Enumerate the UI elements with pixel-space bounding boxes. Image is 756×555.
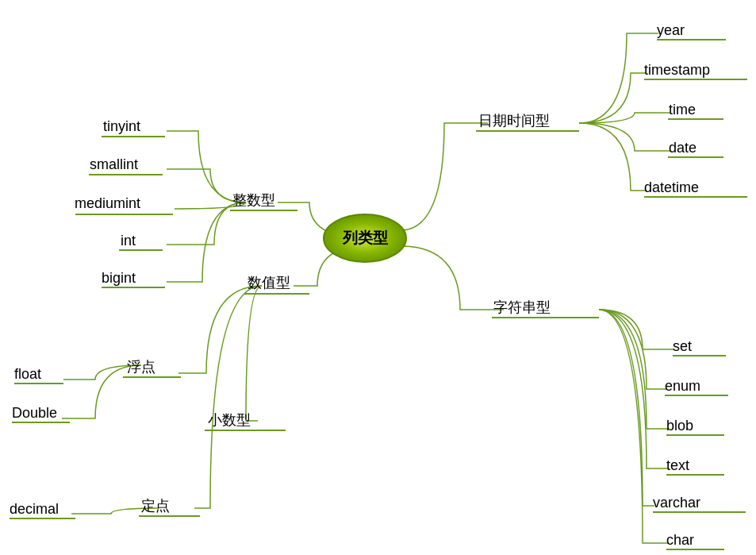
branch-float: 浮点 xyxy=(127,359,155,375)
leaf-enum: enum xyxy=(665,378,700,394)
leaf-mediumint: mediumint xyxy=(75,195,140,211)
leaf-date: date xyxy=(669,140,697,156)
leaf-varchar: varchar xyxy=(653,495,700,511)
leaf-double: Double xyxy=(12,405,57,421)
branch-integer: 整数型 xyxy=(232,192,275,208)
leaf-set: set xyxy=(673,338,692,354)
leaf-text: text xyxy=(666,457,689,473)
branch-fixed: 定点 xyxy=(141,498,170,514)
leaf-datetime: datetime xyxy=(644,179,699,195)
leaf-year: year xyxy=(657,22,685,38)
leaf-blob: blob xyxy=(666,418,693,434)
leaf-time: time xyxy=(669,102,696,118)
leaf-int: int xyxy=(121,233,136,249)
center-label: 列类型 xyxy=(342,229,389,246)
branch-decimal: 小数型 xyxy=(208,412,251,428)
branch-datetime: 日期时间型 xyxy=(478,113,550,129)
leaf-timestamp: timestamp xyxy=(644,62,710,78)
leaf-float: float xyxy=(14,366,41,382)
leaf-tinyint: tinyint xyxy=(103,118,140,134)
leaf-smallint: smallint xyxy=(90,156,138,172)
branch-string: 字符串型 xyxy=(493,299,551,315)
leaf-decimal: decimal xyxy=(10,501,59,517)
branch-numeric: 数值型 xyxy=(248,275,290,291)
leaf-char: char xyxy=(666,532,694,548)
leaf-bigint: bigint xyxy=(102,270,136,286)
